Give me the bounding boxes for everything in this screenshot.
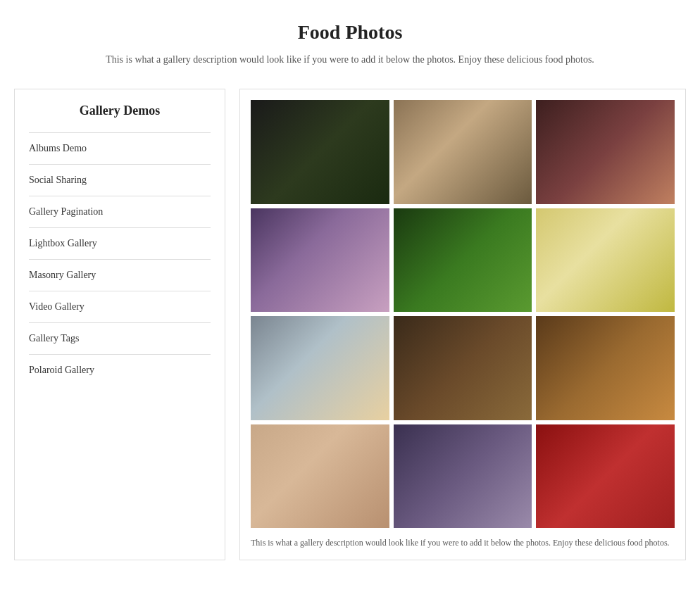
photo-11[interactable] — [394, 424, 532, 529]
page-header: Food Photos This is what a gallery descr… — [0, 0, 700, 75]
photo-1[interactable] — [251, 100, 389, 203]
photo-4[interactable] — [251, 208, 389, 312]
sidebar-link-polaroid-gallery[interactable]: Polaroid Gallery — [29, 365, 211, 376]
photo-6[interactable] — [536, 208, 675, 313]
photo-8[interactable] — [394, 316, 532, 420]
sidebar: Gallery Demos Albums DemoSocial SharingG… — [14, 89, 225, 560]
sidebar-link-masonry-gallery[interactable]: Masonry Gallery — [29, 270, 211, 281]
photo-2[interactable] — [394, 100, 532, 204]
gallery-footer-text: This is what a gallery description would… — [251, 536, 675, 549]
sidebar-item-video-gallery[interactable]: Video Gallery — [29, 291, 211, 322]
sidebar-link-albums-demo[interactable]: Albums Demo — [29, 143, 211, 154]
sidebar-item-lightbox-gallery[interactable]: Lightbox Gallery — [29, 227, 211, 259]
gallery-container: This is what a gallery description would… — [239, 89, 686, 560]
photo-3[interactable] — [536, 100, 675, 204]
page-title: Food Photos — [14, 21, 686, 44]
photo-7[interactable] — [251, 316, 389, 420]
photo-9[interactable] — [536, 316, 675, 420]
sidebar-link-social-sharing[interactable]: Social Sharing — [29, 175, 211, 186]
photo-5[interactable] — [394, 208, 532, 313]
sidebar-title: Gallery Demos — [29, 103, 211, 118]
page-description: This is what a gallery description would… — [33, 52, 667, 68]
photo-grid — [251, 100, 675, 528]
main-layout: Gallery Demos Albums DemoSocial SharingG… — [0, 75, 700, 574]
sidebar-nav: Albums DemoSocial SharingGallery Paginat… — [29, 132, 211, 386]
sidebar-item-masonry-gallery[interactable]: Masonry Gallery — [29, 259, 211, 291]
sidebar-item-gallery-tags[interactable]: Gallery Tags — [29, 322, 211, 354]
sidebar-item-polaroid-gallery[interactable]: Polaroid Gallery — [29, 354, 211, 386]
sidebar-link-video-gallery[interactable]: Video Gallery — [29, 301, 211, 313]
sidebar-link-gallery-pagination[interactable]: Gallery Pagination — [29, 206, 211, 218]
sidebar-link-gallery-tags[interactable]: Gallery Tags — [29, 333, 211, 344]
sidebar-link-lightbox-gallery[interactable]: Lightbox Gallery — [29, 238, 211, 249]
photo-12[interactable] — [536, 424, 675, 529]
sidebar-item-gallery-pagination[interactable]: Gallery Pagination — [29, 196, 211, 227]
photo-10[interactable] — [251, 424, 389, 528]
sidebar-item-social-sharing[interactable]: Social Sharing — [29, 164, 211, 196]
sidebar-item-albums-demo[interactable]: Albums Demo — [29, 132, 211, 164]
